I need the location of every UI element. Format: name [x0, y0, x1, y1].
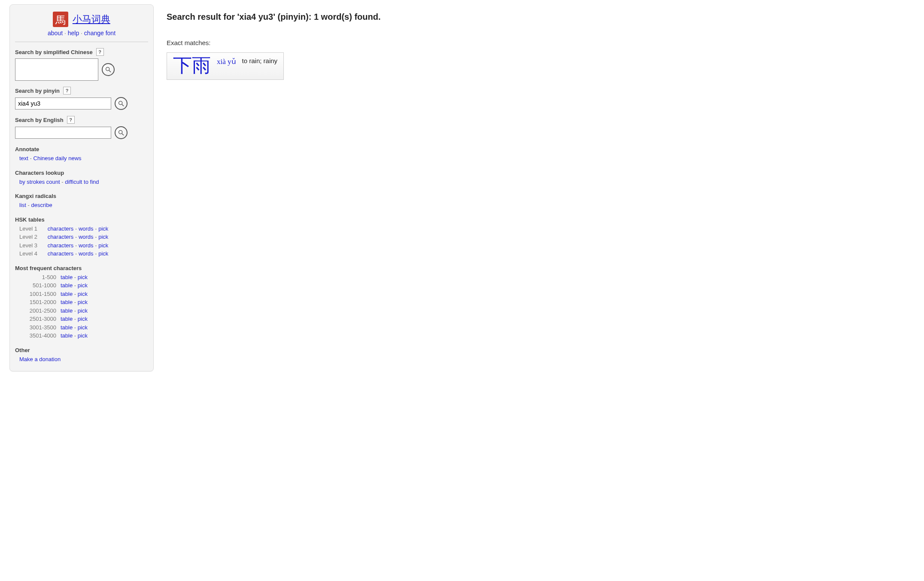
- hsk-title: HSK tables: [15, 216, 148, 223]
- hsk-level-label: Level 1: [19, 225, 46, 233]
- kangxi-title: Kangxi radicals: [15, 193, 148, 199]
- freq-row: 1501-2000table - pick: [19, 298, 148, 307]
- header: 小马词典 about · help · change font: [15, 9, 148, 38]
- donate-link[interactable]: Make a donation: [19, 356, 61, 362]
- hsk-pick-link[interactable]: pick: [98, 242, 108, 249]
- hsk-level-label: Level 3: [19, 241, 46, 250]
- search-chinese-label-row: Search by simplified Chinese ?: [15, 48, 148, 56]
- freq-pick-link[interactable]: pick: [78, 291, 88, 297]
- freq-pick-link[interactable]: pick: [78, 307, 88, 314]
- result-entry[interactable]: 下雨 xià yǔ to rain; rainy: [167, 52, 284, 80]
- freq-range-label: 3001-3500: [19, 323, 56, 332]
- freq-range-label: 1-500: [19, 273, 56, 282]
- freq-pick-link[interactable]: pick: [78, 316, 88, 322]
- freq-pick-link[interactable]: pick: [78, 324, 88, 331]
- help-chinese-icon[interactable]: ?: [96, 48, 104, 56]
- freq-row: 1001-1500table - pick: [19, 290, 148, 298]
- svg-line-1: [109, 70, 111, 72]
- charlookup-title: Characters lookup: [15, 170, 148, 176]
- freq-table: 1-500table - pick501-1000table - pick100…: [19, 273, 148, 340]
- hsk-pick-link[interactable]: pick: [98, 234, 108, 240]
- site-logo-icon: [53, 12, 68, 27]
- strokes-link[interactable]: by strokes count: [19, 179, 60, 185]
- hsk-table: Level 1 characters - words - pickLevel 2…: [19, 225, 148, 258]
- annotate-text-link[interactable]: text: [19, 155, 28, 161]
- hsk-level-label: Level 2: [19, 233, 46, 241]
- search-pinyin-button[interactable]: [115, 97, 128, 110]
- annotate-news-link[interactable]: Chinese daily news: [33, 155, 82, 161]
- hsk-row: Level 1 characters - words - pick: [19, 225, 148, 233]
- freq-table-link[interactable]: table: [61, 324, 73, 331]
- freq-range-label: 3501-4000: [19, 332, 56, 340]
- search-english-label: Search by English: [15, 117, 64, 123]
- svg-line-5: [122, 134, 124, 135]
- freq-table-link[interactable]: table: [61, 307, 73, 314]
- search-icon: [105, 66, 112, 73]
- freq-table-link[interactable]: table: [61, 274, 73, 280]
- freq-range-label: 1501-2000: [19, 298, 56, 307]
- search-english-label-row: Search by English ?: [15, 116, 148, 124]
- freq-row: 3001-3500table - pick: [19, 323, 148, 332]
- about-link[interactable]: about: [48, 30, 63, 37]
- freq-row: 1-500table - pick: [19, 273, 148, 282]
- freq-table-link[interactable]: table: [61, 291, 73, 297]
- svg-point-2: [119, 101, 122, 105]
- search-chinese-button[interactable]: [102, 63, 115, 76]
- entry-hanzi: 下雨: [173, 56, 211, 75]
- search-icon: [118, 100, 125, 107]
- difficult-link[interactable]: difficult to find: [65, 179, 99, 185]
- hsk-characters-link[interactable]: characters: [48, 225, 74, 232]
- entry-definition: to rain; rainy: [242, 57, 278, 64]
- entry-pinyin: xià yǔ: [217, 57, 236, 66]
- freq-pick-link[interactable]: pick: [78, 274, 88, 280]
- hsk-characters-link[interactable]: characters: [48, 242, 74, 249]
- separator: ·: [81, 30, 84, 37]
- exact-matches-label: Exact matches:: [167, 39, 915, 46]
- hsk-characters-link[interactable]: characters: [48, 234, 74, 240]
- help-english-icon[interactable]: ?: [67, 116, 75, 124]
- hsk-words-link[interactable]: words: [79, 242, 94, 249]
- hsk-pick-link[interactable]: pick: [98, 225, 108, 232]
- search-chinese-label: Search by simplified Chinese: [15, 49, 93, 55]
- freq-row: 2001-2500table - pick: [19, 307, 148, 315]
- hsk-words-link[interactable]: words: [79, 250, 94, 257]
- site-title[interactable]: 小马词典: [73, 13, 110, 26]
- search-chinese-input[interactable]: [15, 58, 98, 81]
- hsk-row: Level 3 characters - words - pick: [19, 241, 148, 250]
- freq-row: 2501-3000table - pick: [19, 315, 148, 323]
- kangxi-describe-link[interactable]: describe: [31, 202, 52, 208]
- kangxi-list-link[interactable]: list: [19, 202, 26, 208]
- freq-table-link[interactable]: table: [61, 282, 73, 289]
- search-english-button[interactable]: [115, 126, 128, 139]
- sidebar: 小马词典 about · help · change font Search b…: [9, 4, 154, 371]
- main-column: Search result for 'xia4 yu3' (pinyin): 1…: [162, 0, 924, 88]
- other-title: Other: [15, 347, 148, 353]
- freq-range-label: 501-1000: [19, 281, 56, 290]
- freq-pick-link[interactable]: pick: [78, 299, 88, 305]
- freq-table-link[interactable]: table: [61, 299, 73, 305]
- search-icon: [118, 129, 125, 136]
- annotate-title: Annotate: [15, 146, 148, 152]
- search-english-input[interactable]: [15, 127, 111, 139]
- freq-pick-link[interactable]: pick: [78, 282, 88, 289]
- hsk-pick-link[interactable]: pick: [98, 250, 108, 257]
- hsk-row: Level 2 characters - words - pick: [19, 233, 148, 241]
- freq-row: 3501-4000table - pick: [19, 332, 148, 340]
- hsk-row: Level 4 characters - words - pick: [19, 249, 148, 258]
- hsk-words-link[interactable]: words: [79, 234, 94, 240]
- help-link[interactable]: help: [68, 30, 79, 37]
- hsk-characters-link[interactable]: characters: [48, 250, 74, 257]
- help-pinyin-icon[interactable]: ?: [63, 87, 71, 94]
- svg-line-3: [122, 104, 124, 106]
- svg-point-4: [119, 131, 122, 134]
- freq-range-label: 1001-1500: [19, 290, 56, 298]
- freq-table-link[interactable]: table: [61, 332, 73, 339]
- search-pinyin-input[interactable]: [15, 97, 111, 110]
- hsk-words-link[interactable]: words: [79, 225, 94, 232]
- freq-range-label: 2501-3000: [19, 315, 56, 323]
- search-pinyin-label: Search by pinyin: [15, 88, 60, 94]
- freq-table-link[interactable]: table: [61, 316, 73, 322]
- freq-pick-link[interactable]: pick: [78, 332, 88, 339]
- change-font-link[interactable]: change font: [84, 30, 116, 37]
- freq-title: Most frequent characters: [15, 265, 148, 271]
